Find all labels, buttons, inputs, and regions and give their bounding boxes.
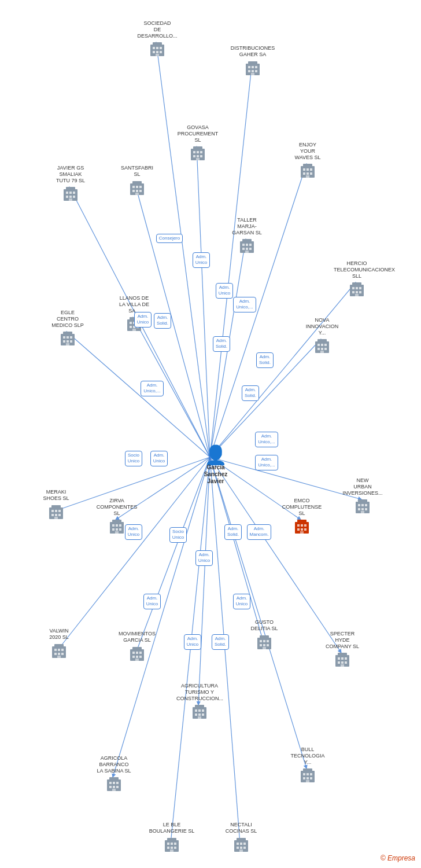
- svg-rect-171: [136, 652, 138, 654]
- badge-label-0[interactable]: Consejero: [156, 234, 183, 243]
- company-node-sociedad[interactable]: SOCIEDADDEDESARROLLO...: [134, 20, 180, 58]
- badge-label-19[interactable]: Adm.Unico: [143, 594, 161, 609]
- badge-22[interactable]: Adm.Unico: [227, 594, 256, 609]
- building-svg: [58, 329, 77, 348]
- badge-18[interactable]: Adm.Unico: [190, 550, 219, 566]
- badge-12[interactable]: SocioUnico: [119, 451, 148, 466]
- svg-rect-37: [255, 66, 257, 68]
- svg-rect-125: [358, 504, 360, 506]
- company-node-emco[interactable]: EMCOCOMPLUTENSESL: [279, 498, 325, 536]
- svg-rect-146: [112, 528, 115, 531]
- badge-label-22[interactable]: Adm.Unico: [233, 594, 250, 609]
- badge-8[interactable]: Adm.Solid.: [148, 313, 177, 329]
- company-node-govasa[interactable]: GOVASAPROCUREMENTSL: [175, 124, 221, 163]
- company-label-santsfabri: SANTSFABRISL: [121, 165, 153, 178]
- company-node-bull[interactable]: BULLTECNOLOGIAY...: [285, 746, 331, 785]
- company-node-new_urban[interactable]: NEWURBANINVERSIONES...: [339, 477, 386, 516]
- badge-5[interactable]: Adm.Solid.: [250, 352, 279, 368]
- badge-13[interactable]: Adm.Unico: [145, 451, 173, 466]
- svg-rect-237: [240, 847, 242, 849]
- company-node-specter[interactable]: SPECTERHYDECOMPANY SL: [319, 631, 365, 669]
- company-label-emco: EMCOCOMPLUTENSESL: [282, 498, 322, 516]
- badge-14[interactable]: Adm.Unico: [119, 524, 148, 540]
- badge-label-16[interactable]: Adm.Solid.: [224, 524, 242, 540]
- company-node-enjoy[interactable]: ENJOYYOURWAVES SL: [285, 142, 331, 180]
- badge-label-18[interactable]: Adm.Unico: [195, 550, 213, 566]
- company-node-agricola[interactable]: AGRICOLABARRANCOLA SABINA SL: [91, 755, 137, 793]
- svg-rect-106: [63, 332, 72, 335]
- badge-label-13[interactable]: Adm.Unico: [150, 451, 168, 466]
- svg-rect-143: [112, 524, 115, 527]
- company-node-movimientos[interactable]: MOVIMIENTOSGARCIA SL: [114, 631, 160, 663]
- badge-label-8[interactable]: Adm.Solid.: [154, 313, 171, 329]
- company-node-meraki[interactable]: MERAKISHOES SL: [33, 489, 79, 521]
- company-node-taller[interactable]: TALLERMARJA-GARSAN SL: [224, 217, 270, 255]
- badge-label-1[interactable]: Adm.Unico: [193, 252, 210, 268]
- badge-4[interactable]: Adm.Solid.: [207, 336, 236, 352]
- company-node-santsfabri[interactable]: SANTSFABRISL: [114, 165, 160, 197]
- badge-0[interactable]: Consejero: [155, 234, 184, 243]
- company-node-distribuciones[interactable]: DISTRIBUCIONESGAHER SA: [230, 45, 276, 78]
- badge-label-12[interactable]: SocioUnico: [125, 451, 142, 466]
- badge-20[interactable]: Adm.Unico: [178, 634, 207, 650]
- badge-label-3[interactable]: Adm.Unico,...: [233, 297, 256, 312]
- badge-label-2[interactable]: Adm.Unico: [216, 283, 233, 299]
- company-node-agricultura[interactable]: AGRICULTURATURISMO YCONSTRUCCION...: [176, 683, 223, 721]
- company-node-nectali[interactable]: NECTALICOCINAS SL: [218, 822, 264, 854]
- svg-rect-227: [167, 847, 169, 849]
- badge-19[interactable]: Adm.Unico: [138, 594, 167, 609]
- badge-1[interactable]: Adm.Unico: [187, 252, 216, 268]
- badge-label-5[interactable]: Adm.Solid.: [256, 352, 274, 368]
- svg-rect-215: [303, 773, 305, 775]
- svg-rect-170: [132, 652, 135, 654]
- badge-9[interactable]: Adm.Unico,...: [138, 381, 167, 396]
- badge-17[interactable]: Adm.Mancom.: [245, 524, 274, 540]
- badge-label-9[interactable]: Adm.Unico,...: [141, 381, 163, 396]
- building-svg: [333, 650, 352, 669]
- svg-rect-207: [113, 782, 115, 784]
- svg-rect-108: [67, 336, 69, 339]
- badge-2[interactable]: Adm.Unico: [210, 283, 239, 299]
- center-person[interactable]: 👤 GarciaSanchezJavier: [193, 446, 239, 486]
- company-label-zirva: ZIRVACOMPONENTESSL: [97, 498, 138, 516]
- company-node-gusto[interactable]: GUSTODELITIA SL: [241, 619, 287, 652]
- badge-label-14[interactable]: Adm.Unico: [125, 524, 142, 540]
- svg-rect-79: [242, 239, 252, 242]
- badge-10[interactable]: Adm.Unico,...: [252, 432, 281, 447]
- svg-rect-236: [237, 847, 239, 849]
- badge-15[interactable]: SocioUnico: [164, 527, 193, 543]
- svg-rect-85: [249, 248, 252, 250]
- svg-rect-238: [243, 847, 246, 849]
- svg-rect-25: [153, 42, 162, 46]
- badge-label-21[interactable]: Adm.Solid.: [212, 634, 229, 650]
- badge-label-11[interactable]: Adm.Unico,...: [255, 455, 278, 470]
- building-svg: [232, 836, 250, 854]
- company-node-valwin[interactable]: VALWIN2020 SL: [36, 628, 82, 660]
- svg-rect-196: [195, 705, 204, 708]
- company-node-javiergs[interactable]: JAVIER GSSMALIAKTUTU 79 SL: [47, 165, 94, 203]
- building-svg: [163, 836, 181, 854]
- badge-21[interactable]: Adm.Solid.: [206, 634, 235, 650]
- badge-label-4[interactable]: Adm.Solid.: [213, 336, 230, 352]
- badge-label-10[interactable]: Adm.Unico,...: [255, 432, 278, 447]
- svg-rect-224: [167, 843, 169, 845]
- badge-label-6[interactable]: Adm.Solid.: [242, 385, 259, 401]
- badge-3[interactable]: Adm.Unico,...: [230, 297, 259, 312]
- company-node-leble[interactable]: LE BLEBOULANGERIE SL: [149, 822, 195, 854]
- company-node-nova[interactable]: NOVAINNOVACIONY...: [299, 317, 345, 355]
- badge-16[interactable]: Adm.Solid.: [219, 524, 248, 540]
- company-node-egle[interactable]: EGLECENTROMEDICO SLP: [45, 310, 91, 348]
- badge-label-20[interactable]: Adm.Unico: [184, 634, 201, 650]
- badge-label-15[interactable]: SocioUnico: [169, 527, 187, 543]
- svg-rect-179: [260, 640, 262, 642]
- company-node-hercio[interactable]: HERCIOTELECOMUNICACIONEXSLL: [334, 260, 380, 299]
- badge-label-17[interactable]: Adm.Mancom.: [247, 524, 272, 540]
- svg-rect-194: [341, 664, 344, 667]
- svg-rect-219: [306, 777, 309, 779]
- svg-rect-54: [306, 168, 309, 171]
- svg-rect-210: [113, 786, 115, 788]
- badge-11[interactable]: Adm.Unico,...: [252, 455, 281, 470]
- svg-rect-235: [243, 843, 246, 845]
- badge-6[interactable]: Adm.Solid.: [236, 385, 265, 401]
- company-label-meraki: MERAKISHOES SL: [43, 489, 69, 502]
